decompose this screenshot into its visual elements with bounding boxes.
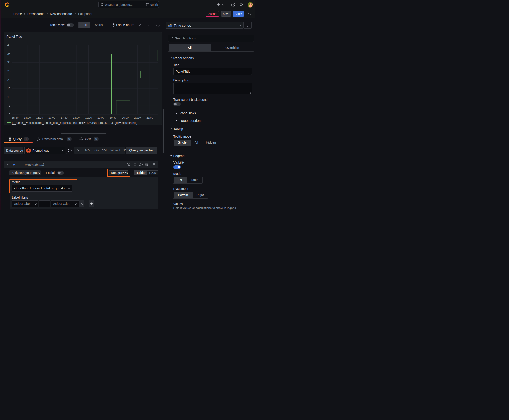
svg-text:21:00: 21:00 xyxy=(146,116,153,119)
svg-text:0: 0 xyxy=(9,113,10,116)
svg-text:20:00: 20:00 xyxy=(122,116,129,119)
svg-text:18:30: 18:30 xyxy=(85,116,92,119)
svg-text:17:30: 17:30 xyxy=(61,116,67,119)
svg-text:19:30: 19:30 xyxy=(110,116,116,119)
svg-text:15: 15 xyxy=(8,87,11,90)
svg-text:35: 35 xyxy=(8,52,11,55)
svg-text:20: 20 xyxy=(8,78,11,82)
svg-text:16:00: 16:00 xyxy=(24,116,31,119)
svg-text:25: 25 xyxy=(8,69,11,73)
svg-text:{__name__="cloudflared_tunnel_: {__name__="cloudflared_tunnel_total_requ… xyxy=(12,121,137,125)
svg-text:10: 10 xyxy=(8,96,11,99)
svg-text:18:00: 18:00 xyxy=(73,116,80,119)
svg-text:15:30: 15:30 xyxy=(12,116,18,119)
svg-text:40: 40 xyxy=(8,44,11,47)
svg-text:5: 5 xyxy=(9,104,10,107)
svg-text:17:00: 17:00 xyxy=(48,116,55,119)
svg-text:16:30: 16:30 xyxy=(36,116,43,119)
svg-text:30: 30 xyxy=(8,61,11,64)
svg-text:20:30: 20:30 xyxy=(134,116,141,119)
svg-text:19:00: 19:00 xyxy=(97,116,104,119)
